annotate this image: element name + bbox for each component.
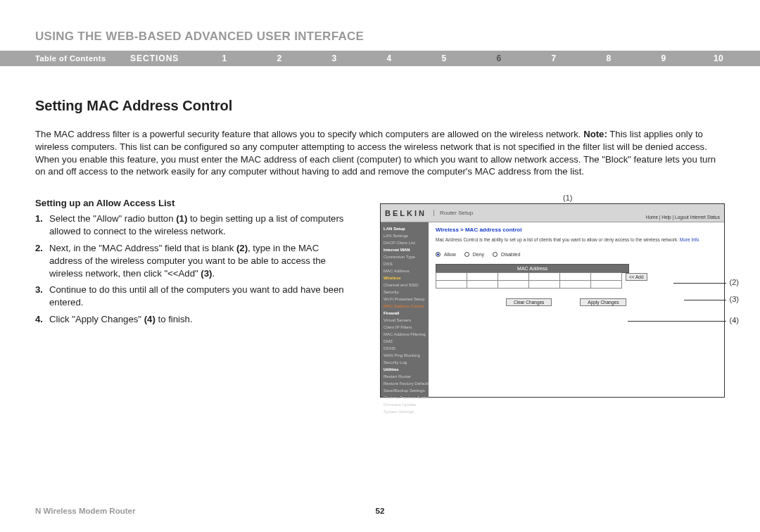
- step-2-b2: (3): [201, 268, 212, 279]
- nav-section-2[interactable]: 2: [252, 53, 307, 63]
- sidebar-item: Connection Type: [381, 253, 429, 260]
- clear-changes-button: Clear Changes: [506, 298, 552, 306]
- radio-row: Allow Deny Disabled: [436, 252, 717, 257]
- sidebar-item: Restart Router: [381, 373, 429, 380]
- nav-section-8[interactable]: 8: [581, 53, 636, 63]
- sidebar-item: Wireless: [381, 274, 429, 281]
- nav-section-10[interactable]: 10: [691, 53, 746, 63]
- button-row: Clear Changes Apply Changes: [436, 298, 717, 306]
- sidebar-item: Firewall: [381, 310, 429, 317]
- router-header: BELKIN Router Setup Home | Help | Logout…: [381, 204, 724, 222]
- mac-cell: [559, 280, 591, 289]
- nav-section-9[interactable]: 9: [636, 53, 691, 63]
- radio-disabled-label: Disabled: [501, 252, 520, 257]
- radio-disabled: [493, 252, 498, 257]
- radio-deny-label: Deny: [473, 252, 484, 257]
- page-title: USING THE WEB-BASED ADVANCED USER INTERF…: [0, 0, 760, 51]
- intro-text: The MAC address filter is a powerful sec…: [35, 128, 725, 178]
- step-3: 3. Continue to do this until all of the …: [35, 284, 345, 309]
- sidebar-item: LAN Setup: [381, 225, 429, 232]
- callout-4: (4): [730, 316, 739, 324]
- apply-changes-button: Apply Changes: [580, 298, 626, 306]
- sidebar-item: Client IP Filters: [381, 324, 429, 331]
- sidebar-item: DMZ: [381, 338, 429, 345]
- sidebar-item: Save/Backup Settings: [381, 387, 429, 394]
- sidebar-item: DNS: [381, 260, 429, 267]
- step-2-pre: Next, in the "MAC Address" field that is…: [49, 243, 236, 253]
- sidebar-item: Security: [381, 289, 429, 296]
- mac-table: MAC Address << Add: [436, 264, 671, 289]
- step-4-pre: Click "Apply Changes": [49, 314, 144, 324]
- step-4: 4. Click "Apply Changes" (4) to finish.: [35, 313, 345, 326]
- sidebar-item: Utilities: [381, 366, 429, 373]
- add-button: << Add: [626, 273, 647, 281]
- sidebar-item: MAC Address Control: [381, 303, 429, 310]
- intro-note-bold: Note:: [583, 129, 607, 139]
- step-2-b: (2): [236, 243, 248, 253]
- callout-2: (2): [730, 278, 739, 286]
- router-screenshot: BELKIN Router Setup Home | Help | Logout…: [380, 203, 725, 398]
- sub-title: Setting up an Allow Access List: [35, 198, 345, 208]
- callout-4-line: [628, 321, 726, 322]
- mac-cell: [436, 280, 467, 289]
- step-num-3: 3.: [35, 284, 49, 309]
- mac-cell: [528, 280, 560, 289]
- step-num-4: 4.: [35, 313, 49, 326]
- nav-section-4[interactable]: 4: [362, 53, 417, 63]
- belkin-logo: BELKIN: [385, 209, 426, 217]
- nav-bar: Table of Contents SECTIONS 1 2 3 4 5 6 7…: [0, 51, 760, 66]
- sidebar-item: MAC Address Filtering: [381, 331, 429, 338]
- callout-1: (1): [563, 194, 572, 202]
- radio-allow-label: Allow: [444, 252, 456, 257]
- nav-section-7[interactable]: 7: [526, 53, 581, 63]
- nav-section-6[interactable]: 6: [471, 53, 526, 63]
- nav-toc[interactable]: Table of Contents: [35, 54, 130, 63]
- mac-cell: [498, 280, 529, 289]
- sidebar-item: Channel and SSID: [381, 281, 429, 289]
- intro-pre: The MAC address filter is a powerful sec…: [35, 129, 583, 139]
- sidebar-item: Restore Factory Defaults: [381, 380, 429, 387]
- nav-section-3[interactable]: 3: [307, 53, 362, 63]
- router-main: Wireless > MAC address control Mac Addre…: [429, 222, 724, 397]
- nav-sections-label: SECTIONS: [130, 53, 197, 63]
- sidebar-item: Security Log: [381, 359, 429, 366]
- sidebar-item: Restore Previous Settings: [381, 394, 429, 401]
- step-num-2: 2.: [35, 242, 49, 279]
- router-breadcrumb: Wireless > MAC address control: [436, 227, 717, 233]
- step-num-1: 1.: [35, 213, 49, 238]
- callout-3-line: [684, 300, 726, 300]
- step-2-post2: .: [212, 268, 215, 279]
- sidebar-item: Internet WAN: [381, 246, 429, 253]
- mac-cell: [467, 280, 498, 289]
- footer-product-name: N Wireless Modem Router: [35, 507, 135, 515]
- callout-3: (3): [730, 295, 739, 303]
- router-header-links: Home | Help | Logout Internet Status: [646, 215, 720, 220]
- footer: N Wireless Modem Router 52: [35, 507, 725, 515]
- nav-section-5[interactable]: 5: [417, 53, 471, 63]
- sidebar-item: Firmware Update: [381, 401, 429, 408]
- step-1-pre: Select the "Allow" radio button: [49, 213, 176, 224]
- router-more-info: More Info: [680, 237, 699, 242]
- step-4-post: to finish.: [156, 314, 193, 324]
- router-desc-text: Mac Address Control is the ability to se…: [436, 237, 678, 242]
- mac-row-2: [436, 281, 671, 289]
- radio-deny: [464, 252, 469, 257]
- sidebar-item: System Settings: [381, 408, 429, 415]
- router-desc: Mac Address Control is the ability to se…: [436, 237, 717, 243]
- mac-cell: [590, 280, 622, 289]
- step-3-pre: Continue to do this until all of the com…: [49, 284, 344, 308]
- sidebar-item: DHCP Client List: [381, 239, 429, 246]
- sidebar-item: DDNS: [381, 345, 429, 352]
- nav-section-1[interactable]: 1: [197, 53, 252, 63]
- sidebar-item: Virtual Servers: [381, 317, 429, 324]
- radio-allow: [436, 252, 441, 257]
- footer-page-number: 52: [376, 507, 385, 515]
- step-2: 2. Next, in the "MAC Address" field that…: [35, 242, 345, 279]
- sidebar-item: WAN Ping Blocking: [381, 352, 429, 359]
- sidebar-item: MAC Address: [381, 267, 429, 274]
- callout-2-line: [673, 283, 726, 284]
- section-title: Setting MAC Address Control: [35, 98, 725, 114]
- sidebar-item: LAN Settings: [381, 232, 429, 239]
- step-1: 1. Select the "Allow" radio button (1) t…: [35, 213, 345, 238]
- router-setup-label: Router Setup: [433, 210, 473, 216]
